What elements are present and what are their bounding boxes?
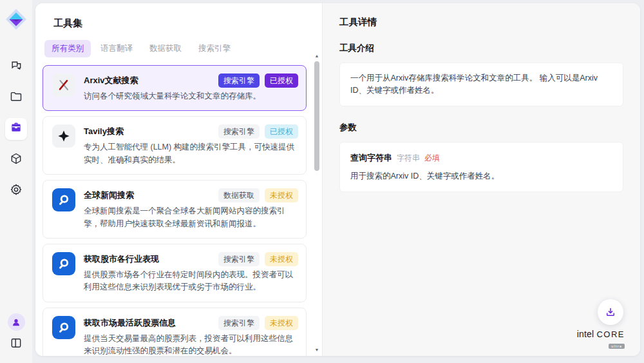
folder-icon xyxy=(10,90,23,106)
category-badge[interactable]: 搜索引擎 xyxy=(218,74,260,88)
category-badge[interactable]: 搜索引擎 xyxy=(218,252,260,266)
tool-intro-card: 一个用于从Arxiv存储库搜索科学论文和文章的工具。 输入可以是Arxiv ID… xyxy=(339,63,623,106)
intel-core-logo: intel CORE ultra xyxy=(577,329,625,349)
download-button[interactable] xyxy=(598,299,623,325)
toolbox-icon xyxy=(10,121,23,137)
auth-status-badge[interactable]: 未授权 xyxy=(265,188,298,202)
tool-card-global-news[interactable]: 全球新闻搜索 全球新闻搜索是一个聚合全球各大新闻网站内容的搜索引擎，帮助用户快速… xyxy=(43,180,307,239)
intro-heading: 工具介绍 xyxy=(339,43,623,54)
sidebar-item-settings[interactable] xyxy=(5,180,27,202)
params-heading: 参数 xyxy=(339,122,623,133)
tab-data-fetch[interactable]: 数据获取 xyxy=(142,40,189,57)
intel-core-word: CORE xyxy=(596,329,625,339)
tool-description: 专为人工智能代理 (LLM) 构建的搜索引擎工具，可快速提供实时、准确和真实的结… xyxy=(84,141,298,166)
tab-translation[interactable]: 语言翻译 xyxy=(93,40,140,57)
page-title: 工具集 xyxy=(53,17,322,30)
param-required-label: 必填 xyxy=(424,153,440,164)
param-type: 字符串 xyxy=(397,153,420,164)
download-icon xyxy=(605,306,616,318)
auth-status-badge[interactable]: 已授权 xyxy=(265,74,298,88)
list-scrollbar[interactable]: ▲ ▼ xyxy=(314,52,320,353)
tool-card-active-stocks[interactable]: 获取市场最活跃股票信息 提供当天交易量最高的股票列表，投资者可以利用这些信息来识… xyxy=(43,308,307,356)
split-panels-icon xyxy=(10,337,23,352)
tool-card-tavily[interactable]: Tavily搜索 专为人工智能代理 (LLM) 构建的搜索引擎工具，可快速提供实… xyxy=(43,116,307,175)
tool-description: 提供当天交易量最高的股票列表，投资者可以利用这些信息来识别流动性强的股票和潜在的… xyxy=(84,333,298,356)
auth-status-badge[interactable]: 未授权 xyxy=(265,252,298,266)
category-tabs: 所有类别 语言翻译 数据获取 搜索引擎 xyxy=(44,40,322,57)
gear-icon xyxy=(10,183,23,199)
juhe-search-icon xyxy=(52,188,75,211)
scroll-down-arrow-icon[interactable]: ▼ xyxy=(314,346,320,353)
user-icon xyxy=(11,317,21,328)
tab-all-categories[interactable]: 所有类别 xyxy=(44,40,91,57)
tool-card-sector-performance[interactable]: 获取股市各行业表现 提供股票市场各个行业在特定时间段内的表现。投资者可以利用这些… xyxy=(43,244,307,302)
sidebar-item-tools[interactable] xyxy=(5,118,27,140)
intel-ultra-badge: ultra xyxy=(609,344,625,349)
tool-detail-pane: 工具详情 工具介绍 一个用于从Arxiv存储库搜索科学论文和文章的工具。 输入可… xyxy=(322,3,640,356)
app-logo-icon[interactable] xyxy=(5,8,27,30)
tool-list-pane: 工具集 所有类别 语言翻译 数据获取 搜索引擎 Arxiv文献搜索 访问各个研究… xyxy=(35,3,322,356)
toggle-sidebar-button[interactable] xyxy=(5,333,27,355)
param-name: 查询字符串 xyxy=(350,152,392,164)
parameter-card: 查询字符串 字符串 必填 用于搜索的Arxiv ID、关键字或作者姓名。 xyxy=(339,142,623,193)
juhe-search-icon xyxy=(52,252,75,275)
auth-status-badge[interactable]: 未授权 xyxy=(265,316,298,330)
tab-search-engine[interactable]: 搜索引擎 xyxy=(191,40,238,57)
category-badge[interactable]: 搜索引擎 xyxy=(218,124,260,139)
main-window: 工具集 所有类别 语言翻译 数据获取 搜索引擎 Arxiv文献搜索 访问各个研究… xyxy=(35,3,640,356)
tool-cards: Arxiv文献搜索 访问各个研究领域大量科学论文和文章的存储库。 搜索引擎 已授… xyxy=(35,65,322,356)
tool-description: 全球新闻搜索是一个聚合全球各大新闻网站内容的搜索引擎，帮助用户快速获取全球最新资… xyxy=(84,205,298,230)
detail-title: 工具详情 xyxy=(339,16,623,28)
sidebar-rail xyxy=(0,0,32,363)
tool-description: 访问各个研究领域大量科学论文和文章的存储库。 xyxy=(84,90,298,103)
sidebar-item-packages[interactable] xyxy=(5,149,27,171)
sparkle-icon xyxy=(52,124,75,148)
cube-icon xyxy=(10,152,23,168)
sidebar-item-chat[interactable] xyxy=(5,56,27,78)
scrollbar-thumb[interactable] xyxy=(314,61,319,171)
arxiv-icon xyxy=(52,74,75,97)
tool-card-arxiv[interactable]: Arxiv文献搜索 访问各个研究领域大量科学论文和文章的存储库。 搜索引擎 已授… xyxy=(43,65,307,111)
juhe-search-icon xyxy=(52,316,75,339)
user-avatar[interactable] xyxy=(8,313,25,331)
sidebar-item-files[interactable] xyxy=(5,87,27,109)
scroll-up-arrow-icon[interactable]: ▲ xyxy=(314,52,320,59)
param-description: 用于搜索的Arxiv ID、关键字或作者姓名。 xyxy=(350,170,612,182)
chat-icon xyxy=(10,59,23,75)
tool-description: 提供股票市场各个行业在特定时间段内的表现。投资者可以利用这些信息来识别表现优于或… xyxy=(84,269,298,294)
auth-status-badge[interactable]: 已授权 xyxy=(265,124,298,139)
category-badge[interactable]: 数据获取 xyxy=(218,188,260,202)
category-badge[interactable]: 搜索引擎 xyxy=(218,316,260,330)
